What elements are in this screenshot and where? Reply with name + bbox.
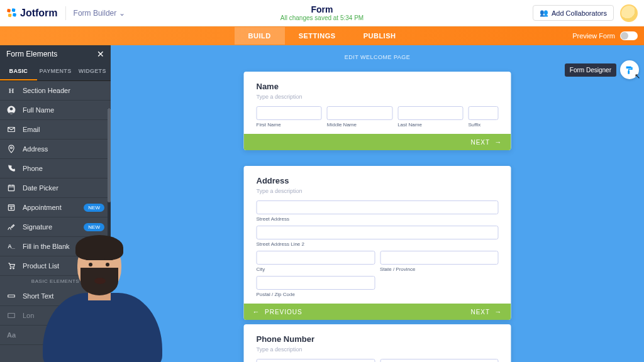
preview-label: Preview Form xyxy=(572,32,615,40)
svg-rect-8 xyxy=(8,185,14,191)
svg-point-10 xyxy=(11,207,12,209)
element-long-text[interactable]: Lon xyxy=(0,306,111,326)
element-label: Short Text xyxy=(23,292,53,300)
street-address-2-input[interactable] xyxy=(257,226,499,239)
card-description[interactable]: Type a description xyxy=(257,188,499,194)
svg-point-7 xyxy=(11,147,13,149)
field-sublabel: State / Province xyxy=(380,266,499,272)
element-label: Phone xyxy=(23,165,43,172)
previous-button[interactable]: ← PREVIOUS xyxy=(253,308,303,315)
brand-logo[interactable]: Jotform xyxy=(6,8,58,19)
element-more[interactable] xyxy=(0,345,111,362)
form-designer: Form Designer ↖ xyxy=(565,60,639,79)
form-designer-button[interactable]: ↖ xyxy=(620,60,639,79)
arrow-right-icon: → xyxy=(495,308,502,315)
calendar-icon xyxy=(6,183,16,193)
svg-point-5 xyxy=(10,107,13,111)
panel-title: Form Elements xyxy=(6,50,57,58)
field-sublabel: Street Address xyxy=(257,216,499,222)
element-label: Product List xyxy=(23,262,59,270)
add-collaborators-label: Add Collaborators xyxy=(552,9,607,17)
elements-list: HSection Header Full Name Email Address … xyxy=(0,81,111,362)
card-address[interactable]: Address Type a description Street Addres… xyxy=(244,166,511,320)
element-date-picker[interactable]: Date Picker xyxy=(0,178,111,198)
form-canvas[interactable]: EDIT WELCOME PAGE Name Type a descriptio… xyxy=(111,45,644,362)
svg-point-12 xyxy=(13,268,14,269)
signature-icon xyxy=(6,222,16,232)
element-label: Lon xyxy=(23,312,34,319)
element-full-name[interactable]: Full Name xyxy=(0,101,111,120)
cursor-icon: ↖ xyxy=(635,72,640,80)
element-label: Section Header xyxy=(23,87,70,94)
panel-tab-widgets[interactable]: WIDGETS xyxy=(74,63,111,80)
field-sublabel: City xyxy=(257,266,375,272)
element-section-header[interactable]: HSection Header xyxy=(0,81,111,101)
cart-icon xyxy=(6,261,16,271)
postal-input[interactable] xyxy=(257,276,375,290)
field-sublabel: Postal / Zip Code xyxy=(257,292,375,297)
close-panel-button[interactable]: ✕ xyxy=(97,49,104,59)
element-label: Full Name xyxy=(23,106,54,114)
card-description[interactable]: Type a description xyxy=(257,94,499,100)
element-appointment[interactable]: AppointmentNEW xyxy=(0,198,111,217)
card-title[interactable]: Phone Number xyxy=(257,334,499,344)
element-product-list[interactable]: Product List xyxy=(0,256,111,276)
builder-nav: BUILD SETTINGS PUBLISH Preview Form xyxy=(0,26,644,45)
card-name[interactable]: Name Type a description First Name Middl… xyxy=(244,72,511,150)
next-button[interactable]: NEXT → xyxy=(470,308,502,315)
tab-publish[interactable]: PUBLISH xyxy=(350,27,410,45)
element-label: Address xyxy=(23,145,48,153)
tab-settings[interactable]: SETTINGS xyxy=(285,27,350,45)
tab-build[interactable]: BUILD xyxy=(235,27,285,45)
card-description[interactable]: Type a description xyxy=(257,346,499,353)
element-email[interactable]: Email xyxy=(0,120,111,140)
card-title[interactable]: Address xyxy=(257,176,499,185)
section-divider: BASIC ELEMENTS xyxy=(0,276,111,287)
suffix-input[interactable] xyxy=(468,106,498,120)
card-title[interactable]: Name xyxy=(257,82,499,91)
panel-tab-payments[interactable]: PAYMENTS xyxy=(37,63,74,80)
city-input[interactable] xyxy=(257,251,375,265)
element-phone[interactable]: Phone xyxy=(0,159,111,178)
scrollbar-thumb[interactable] xyxy=(108,108,111,202)
element-paragraph[interactable]: Aa xyxy=(0,326,111,345)
field-sublabel: Middle Name xyxy=(327,122,392,128)
next-button[interactable]: NEXT → xyxy=(470,138,502,146)
toggle-icon xyxy=(620,31,638,40)
field-sublabel: Last Name xyxy=(397,122,463,128)
card-phone[interactable]: Phone Number Type a description xyxy=(244,324,511,362)
element-fill-blank[interactable]: A_Fill in the Blank xyxy=(0,237,111,256)
paragraph-icon: Aa xyxy=(6,330,16,340)
svg-rect-15 xyxy=(628,70,630,74)
paint-roller-icon xyxy=(625,65,635,75)
user-avatar[interactable] xyxy=(620,4,638,22)
form-builder-dropdown[interactable]: Form Builder ⌄ xyxy=(74,9,126,18)
arrow-right-icon: → xyxy=(495,138,502,146)
element-label: Email xyxy=(23,126,40,133)
preview-form-toggle[interactable]: Preview Form xyxy=(572,26,638,45)
form-designer-tooltip: Form Designer xyxy=(565,63,616,77)
elements-panel: Form Elements ✕ BASIC PAYMENTS WIDGETS H… xyxy=(0,45,111,362)
panel-tab-basic[interactable]: BASIC xyxy=(0,63,37,80)
element-short-text[interactable]: Short Text xyxy=(0,287,111,306)
phone-number-input[interactable] xyxy=(380,359,499,362)
phone-area-input[interactable] xyxy=(257,359,375,362)
people-icon: 👥 xyxy=(540,9,548,17)
element-address[interactable]: Address xyxy=(0,140,111,159)
svg-rect-0 xyxy=(7,8,11,12)
last-name-input[interactable] xyxy=(397,106,463,120)
state-input[interactable] xyxy=(380,251,499,265)
email-icon xyxy=(6,124,16,134)
svg-rect-2 xyxy=(8,13,12,17)
edit-welcome-hint[interactable]: EDIT WELCOME PAGE xyxy=(345,54,411,60)
dropdown-icon xyxy=(6,349,16,359)
middle-name-input[interactable] xyxy=(327,106,392,120)
street-address-input[interactable] xyxy=(257,200,499,214)
add-collaborators-button[interactable]: 👥 Add Collaborators xyxy=(533,5,614,21)
svg-point-11 xyxy=(10,268,11,269)
first-name-input[interactable] xyxy=(257,106,322,120)
jotform-icon xyxy=(6,8,18,19)
field-sublabel: Suffix xyxy=(468,122,498,128)
element-signature[interactable]: SignatureNEW xyxy=(0,217,111,237)
form-title[interactable]: Form xyxy=(280,4,364,14)
